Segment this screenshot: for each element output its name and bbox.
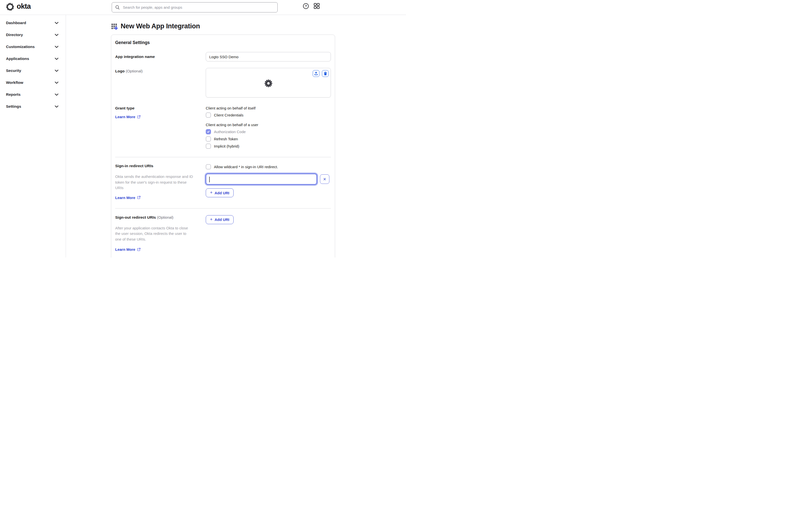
general-settings-card: General Settings App integration name Lo… [111,35,335,258]
sidebar-item-applications[interactable]: Applications [0,53,66,65]
checkbox[interactable] [206,112,211,118]
apps-grid-button[interactable] [314,3,320,9]
okta-admin-console: okta ? [0,0,406,258]
grant-option-authorization-code[interactable]: Authorization Code [206,128,331,135]
search-input[interactable] [122,5,274,10]
wildcard-checkbox-row[interactable]: Allow wildcard * in sign-in URI redirect… [206,164,331,170]
signout-helper-text: After your application contacts Okta to … [115,225,193,242]
text-caret [209,177,210,182]
page-header: New Web App Integration [111,22,406,30]
chevron-down-icon [55,70,58,72]
grant-group-itself-title: Client acting on behalf of itself [206,106,331,110]
plus-icon: + [210,190,213,195]
signout-learn-more-link[interactable]: Learn More [115,247,141,252]
trash-icon [324,71,327,76]
search-icon [115,5,120,10]
top-bar: okta ? [0,0,406,15]
sidebar-item-customizations[interactable]: Customizations [0,41,66,53]
signout-add-uri-button[interactable]: + Add URI [206,215,234,224]
chevron-down-icon [55,58,58,60]
external-link-icon [137,115,141,119]
okta-wordmark: okta [17,3,31,11]
chevron-down-icon [55,106,58,108]
chevron-down-icon [55,93,58,96]
remove-uri-button[interactable]: ✕ [320,174,329,184]
grant-group-user-title: Client acting on behalf of a user [206,123,331,127]
app-name-input[interactable] [206,52,331,61]
sidebar-item-reports[interactable]: Reports [0,89,66,101]
logo-row: Logo (Optional) [115,68,331,97]
okta-logo[interactable]: okta [6,2,31,11]
app-name-label: App integration name [115,55,155,59]
grant-option-refresh-token[interactable]: Refresh Token [206,136,331,142]
section-divider [115,208,331,208]
sidebar-item-workflow[interactable]: Workflow [0,77,66,89]
section-divider [115,157,331,157]
sidebar-item-directory[interactable]: Directory [0,29,66,41]
logo-dropzone[interactable] [206,68,331,97]
grant-option-implicit-hybrid[interactable]: Implicit (hybrid) [206,143,331,149]
signin-learn-more-link[interactable]: Learn More [115,196,141,200]
logo-upload-button[interactable] [313,70,319,77]
upload-icon [314,71,318,76]
general-settings-title: General Settings [115,40,331,45]
app-name-row: App integration name [115,52,331,61]
grant-type-row: Grant type Learn More [115,106,331,149]
gear-icon [264,79,272,87]
signin-add-uri-button[interactable]: + Add URI [206,188,234,197]
chevron-down-icon [55,46,58,48]
sidebar-item-settings[interactable]: Settings [0,101,66,112]
sidebar-item-dashboard[interactable]: Dashboard [0,17,66,29]
plus-icon: + [210,217,213,222]
new-app-icon [111,23,118,30]
external-link-icon [137,248,141,251]
chevron-down-icon [55,34,58,36]
grant-option-client-credentials[interactable]: Client Credentials [206,112,331,118]
logo-label: Logo [115,69,125,73]
svg-text:?: ? [305,4,307,8]
checkbox[interactable] [206,129,211,134]
page-title: New Web App Integration [121,22,200,30]
okta-sunburst-icon [6,2,14,11]
external-link-icon [137,196,141,199]
help-icon: ? [303,3,309,9]
signin-uri-input[interactable] [206,174,317,184]
chevron-down-icon [55,82,58,84]
close-icon: ✕ [323,177,326,182]
checkbox[interactable] [206,136,211,142]
global-search[interactable] [112,2,278,12]
apps-grid-icon [314,3,320,9]
signout-redirect-row: Sign-out redirect URIs (Optional) After … [115,215,331,252]
sidebar-item-security[interactable]: Security [0,65,66,77]
checkbox[interactable] [206,144,211,149]
logo-optional-label: (Optional) [126,69,143,73]
chevron-down-icon [55,22,58,24]
signin-uri-line: ✕ [206,174,331,184]
checkbox[interactable] [206,164,211,169]
help-button[interactable]: ? [302,3,309,9]
signin-redirect-row: Sign-in redirect URIs Okta sends the aut… [115,164,331,200]
grant-type-label: Grant type [115,106,135,110]
main-content: New Web App Integration General Settings… [66,15,406,258]
signout-optional-label: (Optional) [157,215,173,220]
logo-delete-button[interactable] [322,70,329,77]
signin-redirect-label: Sign-in redirect URIs [115,164,153,168]
signout-redirect-label: Sign-out redirect URIs [115,215,156,220]
sidebar-nav: Dashboard Directory Customizations Appli… [0,15,66,258]
signin-helper-text: Okta sends the authentication response a… [115,174,195,191]
grant-learn-more-link[interactable]: Learn More [115,115,141,119]
